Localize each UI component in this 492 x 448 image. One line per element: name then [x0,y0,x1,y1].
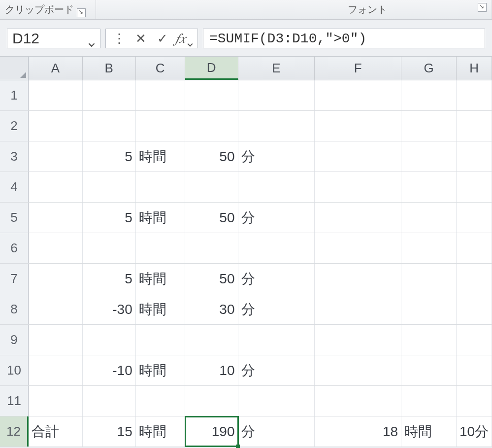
col-header-H[interactable]: H [457,57,492,80]
cell[interactable] [401,203,457,233]
cell[interactable]: 50 [185,264,238,294]
cell[interactable]: 5 [83,141,136,172]
cell[interactable]: 時間 [136,355,185,385]
col-header-E[interactable]: E [238,57,315,80]
cell[interactable]: 分 [238,355,315,385]
cell[interactable] [315,111,401,141]
cell[interactable] [238,325,315,355]
cell[interactable] [83,233,136,263]
row-header[interactable]: 11 [0,386,29,416]
cell[interactable] [457,203,492,233]
row-header[interactable]: 10 [0,355,29,385]
cell[interactable] [401,294,457,324]
row-header[interactable]: 9 [0,325,29,355]
cell[interactable] [136,172,185,202]
cell[interactable] [457,111,492,141]
cell[interactable] [185,325,238,355]
active-cell[interactable]: 190 [185,416,238,447]
cell[interactable] [83,80,136,110]
cell[interactable] [238,386,315,416]
col-header-D[interactable]: D [185,57,238,80]
cell[interactable] [136,325,185,355]
cell[interactable]: 10分 [457,416,492,447]
cell[interactable]: 分 [238,264,315,294]
row-header[interactable]: 4 [0,172,29,202]
col-header-C[interactable]: C [136,57,185,80]
cell[interactable] [315,386,401,416]
cell[interactable] [29,325,83,355]
cell[interactable] [315,264,401,294]
cell[interactable]: 時間 [136,264,185,294]
cancel-icon[interactable]: ✕ [131,29,150,48]
cell[interactable] [457,172,492,202]
cell[interactable] [457,80,492,110]
cell[interactable] [238,172,315,202]
cell[interactable] [29,264,83,294]
cell[interactable] [401,141,457,172]
cell[interactable] [185,233,238,263]
cell[interactable] [83,111,136,141]
col-header-B[interactable]: B [83,57,136,80]
cell[interactable] [29,141,83,172]
row-header[interactable]: 12 [0,416,29,447]
cell[interactable] [29,386,83,416]
cell[interactable] [401,386,457,416]
cell[interactable] [29,294,83,324]
cell[interactable] [185,386,238,416]
cell[interactable] [315,141,401,172]
cell[interactable] [401,111,457,141]
cell[interactable] [315,80,401,110]
cell[interactable]: 5 [83,203,136,233]
cell[interactable] [457,233,492,263]
col-header-G[interactable]: G [401,57,457,80]
cell[interactable] [185,172,238,202]
cell[interactable] [401,172,457,202]
cell[interactable] [136,80,185,110]
cell[interactable] [457,325,492,355]
cell[interactable] [401,355,457,385]
cell[interactable] [29,203,83,233]
cell[interactable] [315,172,401,202]
cell[interactable] [315,233,401,263]
cell[interactable] [136,233,185,263]
cell[interactable] [83,172,136,202]
row-header[interactable]: 2 [0,111,29,141]
row-header[interactable]: 3 [0,141,29,172]
cell[interactable]: 分 [238,203,315,233]
cell[interactable]: 分 [238,141,315,172]
cell[interactable]: 50 [185,141,238,172]
cell[interactable]: 分 [238,294,315,324]
cell[interactable]: 5 [83,264,136,294]
row-header[interactable]: 7 [0,264,29,294]
row-header[interactable]: 6 [0,233,29,263]
cell[interactable] [29,172,83,202]
cell[interactable] [401,264,457,294]
cell[interactable] [185,80,238,110]
cell[interactable] [238,233,315,263]
cell[interactable] [238,111,315,141]
cell[interactable] [315,325,401,355]
cell[interactable] [457,355,492,385]
cell[interactable]: 時間 [136,141,185,172]
row-header[interactable]: 5 [0,203,29,233]
cell[interactable]: -10 [83,355,136,385]
col-header-F[interactable]: F [315,57,401,80]
select-all-corner[interactable] [0,57,29,80]
cell[interactable]: 分 [238,416,315,447]
cell[interactable] [401,325,457,355]
dialog-launcher-icon[interactable] [478,3,487,12]
cell[interactable] [136,386,185,416]
name-box[interactable]: D12 [7,29,100,48]
cell[interactable] [83,386,136,416]
cell[interactable] [29,233,83,263]
cell[interactable] [29,80,83,110]
cell[interactable] [457,294,492,324]
cell[interactable]: 時間 [136,294,185,324]
fx-icon[interactable]: 𝑓𝑥 [175,29,194,48]
cell[interactable] [315,203,401,233]
cell[interactable] [401,80,457,110]
cell[interactable] [238,80,315,110]
cell[interactable] [457,264,492,294]
cell[interactable] [315,355,401,385]
cell[interactable]: 合計 [29,416,83,447]
